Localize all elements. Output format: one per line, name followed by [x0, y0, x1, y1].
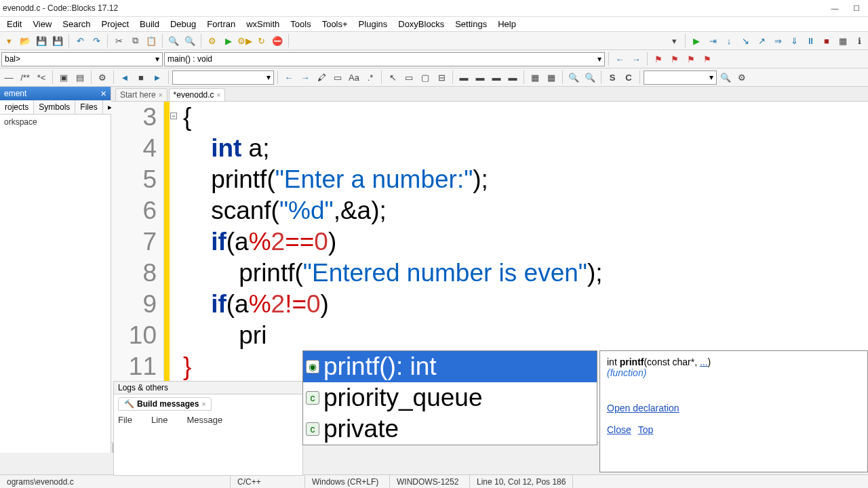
menu-doxyblocks[interactable]: DoxyBlocks	[393, 18, 450, 30]
split-icon[interactable]: ⊟	[434, 70, 449, 85]
close-tab-icon[interactable]: ×	[159, 92, 163, 99]
bar3-icon[interactable]: ▬	[489, 70, 504, 85]
comment-icon[interactable]: —	[1, 70, 16, 85]
run-to-cursor-icon[interactable]: ⇥	[705, 33, 720, 48]
go-fwd-icon[interactable]: ►	[150, 70, 165, 85]
build-icon[interactable]: ⚙	[205, 33, 220, 48]
menu-fortran[interactable]: Fortran	[201, 18, 241, 30]
scope-combo[interactable]: bal>▾	[1, 52, 163, 66]
s-icon[interactable]: S	[605, 70, 620, 85]
next-instr-icon[interactable]: ⇒	[770, 33, 785, 48]
close-tooltip-link[interactable]: Close	[607, 424, 631, 435]
html-doc-icon[interactable]: ▤	[73, 70, 87, 85]
go-back-icon[interactable]: ◄	[117, 70, 132, 85]
regex-icon[interactable]: .*	[363, 70, 378, 85]
menu-help[interactable]: Help	[492, 18, 521, 30]
menu-view[interactable]: View	[27, 18, 57, 30]
go-last-icon[interactable]: ■	[134, 70, 149, 85]
open-declaration-link[interactable]: Open declaration	[607, 403, 679, 413]
bookmark-next-icon[interactable]: ⚑	[684, 52, 698, 66]
redo-icon[interactable]: ↷	[89, 33, 104, 48]
break-icon[interactable]: ⏸	[803, 33, 818, 48]
bar1-icon[interactable]: ▬	[456, 70, 471, 85]
menu-tools[interactable]: Tools	[285, 18, 316, 30]
new-file-icon[interactable]: ▾	[1, 33, 16, 48]
menu-search[interactable]: Search	[57, 18, 96, 30]
next-line-icon[interactable]: ↓	[722, 33, 736, 48]
top-tooltip-link[interactable]: Top	[638, 424, 654, 435]
debug-windows-icon[interactable]: ▦	[835, 33, 850, 48]
close-tab-icon[interactable]: ×	[217, 92, 221, 99]
replace-icon[interactable]: 🔍	[182, 33, 197, 48]
maximize-button[interactable]: ☐	[848, 1, 865, 15]
menu-edit[interactable]: Edit	[1, 18, 27, 30]
menu-toolsplus[interactable]: Tools+	[317, 18, 353, 30]
autocomplete-popup[interactable]: ◉ printf(): int c priority_queue c priva…	[302, 350, 597, 445]
run-icon[interactable]: ▶	[221, 33, 236, 48]
match-case-icon[interactable]: Aa	[347, 70, 361, 85]
tab-evenodd[interactable]: *evenodd.c×	[169, 88, 226, 101]
step-out-icon[interactable]: ↗	[754, 33, 769, 48]
prev-icon[interactable]: ←	[281, 70, 296, 85]
zoom-out-icon[interactable]: 🔍	[583, 70, 597, 85]
undo-icon[interactable]: ↶	[73, 33, 87, 48]
cursor-icon[interactable]: ↖	[385, 70, 400, 85]
open-icon[interactable]: 📂	[18, 33, 33, 48]
save-icon[interactable]: 💾	[34, 33, 49, 48]
info-icon[interactable]: ℹ	[852, 33, 867, 48]
args-link[interactable]: ...	[700, 357, 708, 367]
jump-back-icon[interactable]: ←	[612, 52, 627, 66]
build-messages-tab[interactable]: 🔨 Build messages ×	[118, 397, 212, 411]
highlight-icon[interactable]: 🖍	[314, 70, 329, 85]
function-combo[interactable]: main() : void▾	[164, 52, 605, 66]
copy-icon[interactable]: ⧉	[127, 33, 142, 48]
menu-settings[interactable]: Settings	[450, 18, 492, 30]
run-doc-icon[interactable]: ▣	[56, 70, 71, 85]
bookmark-clear-icon[interactable]: ⚑	[700, 52, 715, 66]
tab-symbols[interactable]: Symbols	[34, 100, 75, 114]
grid-icon[interactable]: ▦	[528, 70, 542, 85]
step-instr-icon[interactable]: ⇓	[787, 33, 802, 48]
menu-debug[interactable]: Debug	[165, 18, 201, 30]
step-into-icon[interactable]: ↘	[738, 33, 753, 48]
config-icon[interactable]: ⚙	[95, 70, 110, 85]
minimize-button[interactable]: —	[826, 1, 844, 15]
find-icon[interactable]: 🔍	[166, 33, 181, 48]
stop-debug-icon[interactable]: ■	[819, 33, 834, 48]
menu-plugins[interactable]: Plugins	[353, 18, 393, 30]
next-icon[interactable]: →	[298, 70, 313, 85]
cut-icon[interactable]: ✂	[111, 33, 126, 48]
autocomplete-item[interactable]: c priority_queue	[303, 382, 597, 413]
build-run-icon[interactable]: ⚙▶	[237, 33, 252, 48]
menu-wxsmith[interactable]: wxSmith	[241, 18, 285, 30]
abort-icon[interactable]: ⛔	[270, 33, 285, 48]
bookmark-prev-icon[interactable]: ⚑	[667, 52, 682, 66]
bar4-icon[interactable]: ▬	[505, 70, 520, 85]
search-combo[interactable]: ▾	[644, 70, 717, 85]
bookmark-toggle-icon[interactable]: ⚑	[651, 52, 666, 66]
close-tab-icon[interactable]: ×	[201, 401, 205, 408]
box-icon[interactable]: ▢	[418, 70, 433, 85]
target-drop-icon[interactable]: ▾	[667, 33, 682, 48]
menu-project[interactable]: Project	[96, 18, 134, 30]
fold-toggle-icon[interactable]: −	[170, 113, 177, 119]
jump-fwd-icon[interactable]: →	[629, 52, 644, 66]
rebuild-icon[interactable]: ↻	[254, 33, 269, 48]
debug-start-icon[interactable]: ▶	[689, 33, 704, 48]
select-icon[interactable]: ▭	[330, 70, 345, 85]
panel-close-icon[interactable]: ✕	[100, 89, 106, 98]
autocomplete-item[interactable]: c private	[303, 413, 597, 445]
line-comment-icon[interactable]: *<	[34, 70, 49, 85]
autocomplete-item[interactable]: ◉ printf(): int	[303, 351, 597, 382]
bar2-icon[interactable]: ▬	[473, 70, 488, 85]
search-opt-icon[interactable]: ⚙	[734, 70, 749, 85]
tab-start-here[interactable]: Start here×	[115, 88, 167, 101]
c-icon[interactable]: C	[621, 70, 636, 85]
tab-files[interactable]: Files	[75, 100, 102, 114]
save-all-icon[interactable]: 💾	[50, 33, 65, 48]
search-go-icon[interactable]: 🔍	[718, 70, 733, 85]
jump-combo[interactable]: ▾	[172, 70, 274, 85]
rect-icon[interactable]: ▭	[401, 70, 416, 85]
block-comment-icon[interactable]: /**	[18, 70, 33, 85]
menu-build[interactable]: Build	[134, 18, 165, 30]
